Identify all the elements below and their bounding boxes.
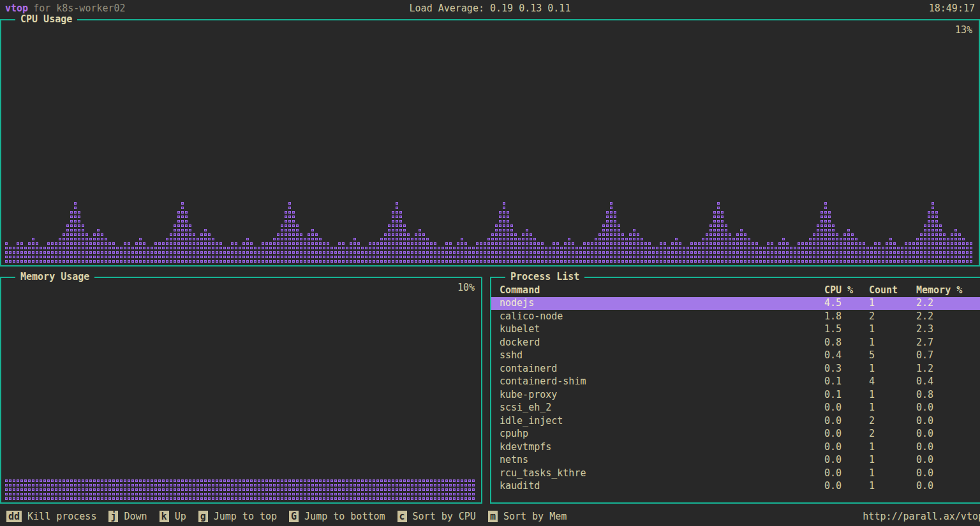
process-command: containerd-shim [491,376,824,388]
process-memory: 0.7 [916,349,980,362]
header-command: Command [491,284,824,296]
process-count: 2 [869,428,916,440]
process-cpu: 0.1 [824,376,869,388]
process-memory: 2.3 [916,323,980,335]
process-list-panel: Process List Command CPU % Count Memory … [490,277,980,504]
process-memory: 0.0 [916,454,980,466]
process-command: nodejs [491,297,824,309]
process-cpu: 1.8 [824,310,869,323]
cpu-panel-title: CPU Usage [15,13,77,26]
process-memory: 0.0 [916,467,980,479]
shortcut-item: gJump to top [198,511,277,523]
process-memory: 1.2 [916,363,980,375]
process-row[interactable]: kdevtmpfs0.010.0 [491,441,980,454]
process-command: kauditd [491,480,824,492]
process-row[interactable]: idle_inject0.020.0 [491,414,980,428]
process-cpu: 0.1 [824,389,869,401]
process-command: scsi_eh_2 [491,402,824,414]
process-command: sshd [491,349,824,362]
process-memory: 0.4 [916,376,980,388]
header-memory: Memory % [916,284,980,296]
status-bar: ddKill processjDownkUpgJump to topGJump … [0,508,980,525]
process-cpu: 0.0 [824,402,869,414]
shortcut-list: ddKill processjDownkUpgJump to topGJump … [6,511,579,523]
process-cpu: 0.0 [824,415,869,427]
load-average: Load Average: 0.19 0.13 0.11 [0,3,980,15]
header-cpu: CPU % [824,284,869,296]
shortcut-item: cSort by CPU [397,511,476,523]
memory-usage-panel: Memory Usage 10% [0,277,482,504]
process-count: 4 [869,376,916,388]
shortcut-item: kUp [160,511,186,523]
process-memory: 2.7 [916,337,980,349]
process-command: kdevtmpfs [491,441,824,453]
process-count: 1 [869,441,916,453]
process-command: netns [491,454,824,466]
shortcut-item: mSort by Mem [488,511,567,523]
process-count: 1 [869,297,916,309]
process-memory: 0.8 [916,389,980,401]
process-memory: 2.2 [916,310,980,323]
process-row[interactable]: scsi_eh_20.010.0 [491,402,980,415]
shortcut-label: Jump to bottom [304,511,385,523]
process-row[interactable]: sshd0.450.7 [491,349,980,363]
shortcut-item: jDown [108,511,147,523]
process-count: 1 [869,480,916,492]
process-row[interactable]: kubelet1.512.3 [491,323,980,337]
process-count: 1 [869,389,916,401]
process-cpu: 0.3 [824,363,869,375]
process-cpu: 0.0 [824,441,869,453]
process-command: cpuhp [491,428,824,440]
process-row[interactable]: containerd0.311.2 [491,362,980,376]
process-row[interactable]: kauditd0.010.0 [491,480,980,493]
process-row[interactable]: kube-proxy0.110.8 [491,388,980,402]
cpu-usage-panel: CPU Usage 13% [0,19,980,267]
process-command: idle_inject [491,415,824,427]
memory-percent-label: 10% [457,282,475,294]
process-count: 2 [869,415,916,427]
shortcut-label: Sort by Mem [503,511,567,523]
shortcut-key: j [108,511,118,523]
shortcut-key: dd [6,511,22,523]
process-row[interactable]: nodejs4.512.2 [491,297,980,310]
process-count: 1 [869,402,916,414]
process-count: 1 [869,454,916,466]
process-cpu: 4.5 [824,297,869,309]
process-row[interactable]: containerd-shim0.140.4 [491,376,980,389]
process-memory: 0.0 [916,428,980,440]
shortcut-label: Jump to top [214,511,277,523]
process-cpu: 0.0 [824,454,869,466]
cpu-usage-chart [3,37,977,264]
process-memory: 0.0 [916,415,980,427]
process-cpu: 1.5 [824,323,869,335]
process-panel-title: Process List [505,271,584,283]
process-cpu: 0.0 [824,428,869,440]
shortcut-key: c [397,511,407,523]
process-cpu: 0.4 [824,349,869,362]
process-cpu: 0.0 [824,480,869,492]
clock: 18:49:17 [929,3,975,15]
shortcut-key: G [289,511,299,523]
process-memory: 0.0 [916,480,980,492]
process-cpu: 0.0 [824,467,869,479]
shortcut-label: Kill process [27,511,96,523]
process-row[interactable]: dockerd0.812.7 [491,336,980,349]
process-row[interactable]: netns0.010.0 [491,454,980,467]
process-count: 5 [869,349,916,362]
process-table-header: Command CPU % Count Memory % [491,284,980,297]
process-command: calico-node [491,310,824,323]
shortcut-label: Down [124,511,147,523]
memory-panel-title: Memory Usage [15,271,94,283]
process-row[interactable]: calico-node1.822.2 [491,310,980,323]
process-row[interactable]: rcu_tasks_kthre0.010.0 [491,467,980,480]
process-memory: 0.0 [916,441,980,453]
shortcut-key: k [160,511,169,523]
title-bar: vtop for k8s-worker02 Load Average: 0.19… [0,0,980,15]
process-count: 1 [869,467,916,479]
shortcut-item: ddKill process [6,511,96,523]
process-row[interactable]: cpuhp0.020.0 [491,428,980,441]
shortcut-label: Sort by CPU [413,511,476,523]
shortcut-label: Up [175,511,186,523]
cpu-percent-label: 13% [955,24,972,36]
process-command: kubelet [491,323,824,335]
